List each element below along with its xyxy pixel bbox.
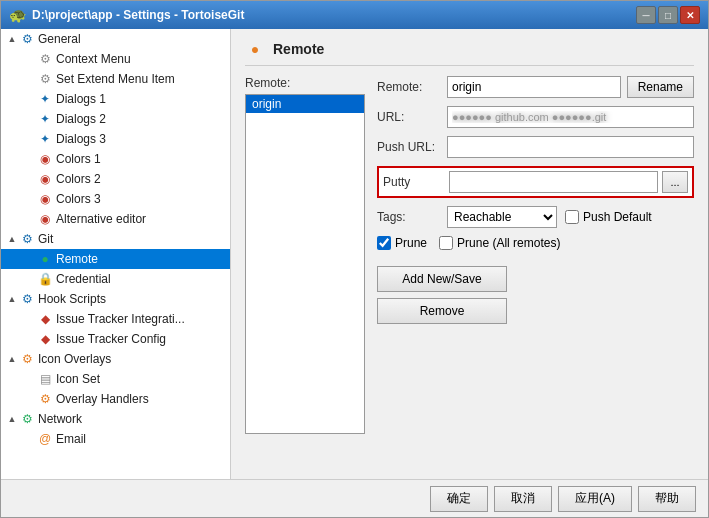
remote-list[interactable]: origin: [245, 94, 365, 434]
titlebar-controls: ─ □ ✕: [636, 6, 700, 24]
putty-field-input[interactable]: [449, 171, 658, 193]
colors2-icon: ◉: [37, 171, 53, 187]
toggle-network: ▲: [5, 412, 19, 426]
remote-form: Remote: Rename URL: Push URL:: [377, 76, 694, 434]
settings-window: 🐢 D:\project\app - Settings - TortoiseGi…: [0, 0, 709, 518]
sidebar-item-context-menu[interactable]: ⚙ Context Menu: [1, 49, 230, 69]
cancel-button[interactable]: 取消: [494, 486, 552, 512]
colors3-icon: ◉: [37, 191, 53, 207]
remote-field-input[interactable]: [447, 76, 621, 98]
remote-list-label: Remote:: [245, 76, 365, 90]
context-menu-label: Context Menu: [56, 52, 131, 66]
credential-icon: 🔒: [37, 271, 53, 287]
prune-checkbox[interactable]: [377, 236, 391, 250]
sidebar-item-colors2[interactable]: ◉ Colors 2: [1, 169, 230, 189]
toggle-hook-scripts: ▲: [5, 292, 19, 306]
tags-select[interactable]: Reachable All None: [447, 206, 557, 228]
sidebar-item-colors1[interactable]: ◉ Colors 1: [1, 149, 230, 169]
browse-button[interactable]: ...: [662, 171, 688, 193]
sidebar: ▲ ⚙ General ⚙ Context Menu ⚙ Set Extend …: [1, 29, 231, 479]
remote-icon: ●: [37, 251, 53, 267]
icon-overlays-label: Icon Overlays: [38, 352, 111, 366]
sidebar-item-git[interactable]: ▲ ⚙ Git: [1, 229, 230, 249]
add-new-save-button[interactable]: Add New/Save: [377, 266, 507, 292]
push-default-checkbox-row: Push Default: [565, 210, 652, 224]
dialogs2-icon: ✦: [37, 111, 53, 127]
icon-set-label: Icon Set: [56, 372, 100, 386]
prune-all-checkbox-row: Prune (All remotes): [439, 236, 560, 250]
confirm-button[interactable]: 确定: [430, 486, 488, 512]
toggle-set-extend: [23, 72, 37, 86]
push-url-field-label: Push URL:: [377, 140, 447, 154]
dialogs3-label: Dialogs 3: [56, 132, 106, 146]
email-label: Email: [56, 432, 86, 446]
set-extend-icon: ⚙: [37, 71, 53, 87]
overlay-handlers-icon: ⚙: [37, 391, 53, 407]
maximize-button[interactable]: □: [658, 6, 678, 24]
sidebar-item-remote[interactable]: ● Remote: [1, 249, 230, 269]
panel-header: ● Remote: [245, 39, 694, 66]
prune-all-checkbox[interactable]: [439, 236, 453, 250]
overlay-handlers-label: Overlay Handlers: [56, 392, 149, 406]
toggle-context-menu: [23, 52, 37, 66]
url-field-label: URL:: [377, 110, 447, 124]
icon-overlays-icon: ⚙: [19, 351, 35, 367]
apply-button[interactable]: 应用(A): [558, 486, 632, 512]
sidebar-item-alt-editor[interactable]: ◉ Alternative editor: [1, 209, 230, 229]
remote-field-label: Remote:: [377, 80, 447, 94]
general-icon: ⚙: [19, 31, 35, 47]
credential-label: Credential: [56, 272, 111, 286]
sidebar-item-general[interactable]: ▲ ⚙ General: [1, 29, 230, 49]
url-field-input[interactable]: [447, 106, 694, 128]
hook-scripts-label: Hook Scripts: [38, 292, 106, 306]
remove-button[interactable]: Remove: [377, 298, 507, 324]
sidebar-item-network[interactable]: ▲ ⚙ Network: [1, 409, 230, 429]
push-url-field-input[interactable]: [447, 136, 694, 158]
icon-set-icon: ▤: [37, 371, 53, 387]
remote-list-item-origin[interactable]: origin: [246, 95, 364, 113]
sidebar-item-dialogs2[interactable]: ✦ Dialogs 2: [1, 109, 230, 129]
sidebar-item-email[interactable]: @ Email: [1, 429, 230, 449]
tags-field-row: Tags: Reachable All None Push Default: [377, 206, 694, 228]
sidebar-item-icon-overlays[interactable]: ▲ ⚙ Icon Overlays: [1, 349, 230, 369]
sidebar-item-issue-integ[interactable]: ◆ Issue Tracker Integrati...: [1, 309, 230, 329]
panel-icon: ●: [245, 39, 265, 59]
putty-field-row: Putty ...: [377, 166, 694, 198]
sidebar-item-credential[interactable]: 🔒 Credential: [1, 269, 230, 289]
sidebar-item-dialogs3[interactable]: ✦ Dialogs 3: [1, 129, 230, 149]
issue-config-label: Issue Tracker Config: [56, 332, 166, 346]
titlebar: 🐢 D:\project\app - Settings - TortoiseGi…: [1, 1, 708, 29]
issue-config-icon: ◆: [37, 331, 53, 347]
window-title: D:\project\app - Settings - TortoiseGit: [32, 8, 244, 22]
sidebar-item-colors3[interactable]: ◉ Colors 3: [1, 189, 230, 209]
dialogs1-label: Dialogs 1: [56, 92, 106, 106]
sidebar-item-icon-set[interactable]: ▤ Icon Set: [1, 369, 230, 389]
panel-title: Remote: [273, 41, 324, 57]
general-label: General: [38, 32, 81, 46]
url-field-row: URL:: [377, 106, 694, 128]
main-panel: ● Remote Remote: origin Remote:: [231, 29, 708, 479]
sidebar-item-issue-config[interactable]: ◆ Issue Tracker Config: [1, 329, 230, 349]
email-icon: @: [37, 431, 53, 447]
push-url-field-row: Push URL:: [377, 136, 694, 158]
remote-list-box: Remote: origin: [245, 76, 365, 434]
toggle-general: ▲: [5, 32, 19, 46]
close-button[interactable]: ✕: [680, 6, 700, 24]
help-button[interactable]: 帮助: [638, 486, 696, 512]
network-icon: ⚙: [19, 411, 35, 427]
sidebar-item-dialogs1[interactable]: ✦ Dialogs 1: [1, 89, 230, 109]
sidebar-item-set-extend[interactable]: ⚙ Set Extend Menu Item: [1, 69, 230, 89]
action-buttons: Add New/Save Remove: [377, 266, 694, 324]
sidebar-item-hook-scripts[interactable]: ▲ ⚙ Hook Scripts: [1, 289, 230, 309]
sidebar-item-overlay-handlers[interactable]: ⚙ Overlay Handlers: [1, 389, 230, 409]
putty-field-label: Putty: [383, 175, 449, 189]
minimize-button[interactable]: ─: [636, 6, 656, 24]
alt-editor-label: Alternative editor: [56, 212, 146, 226]
dialogs2-label: Dialogs 2: [56, 112, 106, 126]
remote-layout: Remote: origin Remote: Rename URL:: [245, 76, 694, 434]
rename-button[interactable]: Rename: [627, 76, 694, 98]
push-default-checkbox[interactable]: [565, 210, 579, 224]
app-icon: 🐢: [9, 7, 26, 23]
git-icon: ⚙: [19, 231, 35, 247]
issue-integ-icon: ◆: [37, 311, 53, 327]
